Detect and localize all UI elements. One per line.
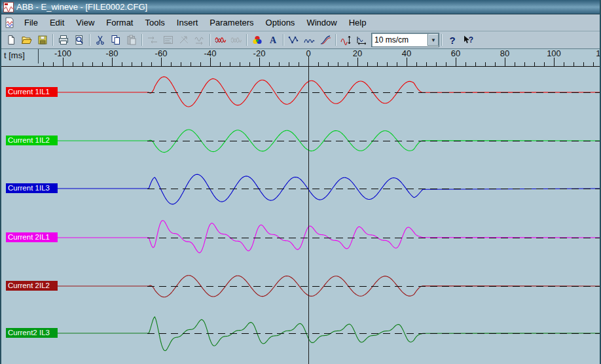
axis-tick-label: 40	[402, 48, 411, 58]
signal-curve	[58, 77, 600, 107]
multi-curve-icon	[304, 35, 316, 45]
cut-button[interactable]	[92, 33, 108, 47]
menu-help[interactable]: Help	[343, 16, 373, 29]
channel-label-6[interactable]: Current2 IL3	[6, 328, 58, 338]
axis-tick-label: -100	[54, 48, 71, 58]
chevron-down-icon[interactable]: ▼	[428, 34, 439, 46]
signal-curve	[58, 174, 600, 204]
toolbar-separator	[89, 34, 90, 46]
menu-bar: FileEditViewFormatToolsInsertParametersO…	[1, 14, 600, 31]
new-icon	[5, 35, 17, 45]
data-points-icon	[288, 35, 300, 45]
print-button[interactable]	[56, 33, 71, 47]
svg-text:?: ?	[449, 35, 455, 45]
print-icon	[58, 35, 69, 45]
copy-button[interactable]	[108, 33, 124, 47]
wave-dim-button	[228, 33, 244, 47]
toolbar-separator	[246, 34, 247, 46]
overlay-curve-icon	[319, 35, 331, 45]
font-button[interactable]: A	[265, 33, 281, 47]
multi-curve-button[interactable]	[302, 33, 318, 47]
time-scale-button[interactable]	[354, 33, 370, 47]
channel-label-4[interactable]: Current 2IL1	[6, 232, 58, 242]
waveform-trace-2[interactable]	[58, 130, 600, 153]
svg-text:A: A	[270, 35, 277, 45]
wave-dim-icon	[230, 35, 242, 45]
compress-signal-button	[192, 33, 208, 47]
waveform-trace-1[interactable]	[58, 77, 600, 107]
menu-window[interactable]: Window	[300, 16, 342, 29]
waveform-trace-6[interactable]	[58, 317, 600, 351]
sweep-select[interactable]: 10 ms/cm▼	[371, 33, 439, 47]
axis-tick-label: 120	[596, 48, 600, 58]
title-bar[interactable]: ABB - E_wineve - [FILE0002.CFG]	[1, 0, 600, 14]
menu-options[interactable]: Options	[260, 16, 301, 29]
axis-tick-label: -20	[253, 48, 266, 58]
menu-edit[interactable]: Edit	[44, 16, 70, 29]
waveform-trace-5[interactable]	[58, 276, 600, 297]
toolbar-separator	[283, 34, 284, 46]
axis-tick-label: 20	[353, 48, 362, 58]
open-button[interactable]	[19, 33, 35, 47]
new-button[interactable]	[3, 33, 19, 47]
axis-unit-label: t [ms]	[4, 50, 25, 60]
plot-canvas[interactable]: t [ms]-100-80-60-40-20020406080100120	[1, 48, 600, 364]
copy-icon	[110, 35, 122, 45]
signal-curve	[58, 317, 600, 351]
overlay-curve-button[interactable]	[318, 33, 333, 47]
waveform-trace-4[interactable]	[58, 221, 600, 253]
channel-label-5[interactable]: Current 2IL2	[6, 281, 58, 291]
data-points-button[interactable]	[286, 33, 302, 47]
font-icon: A	[267, 35, 279, 45]
waveform-plot: t [ms]-100-80-60-40-20020406080100120 Cu…	[1, 48, 600, 364]
waveform-trace-3[interactable]	[58, 174, 600, 204]
print-preview-button[interactable]	[71, 33, 87, 47]
swap-signals-button	[145, 33, 160, 47]
time-scale-icon	[356, 35, 368, 45]
colors-button[interactable]	[249, 33, 265, 47]
axis-tick-label: 60	[451, 48, 460, 58]
menu-tools[interactable]: Tools	[139, 16, 170, 29]
menu-format[interactable]: Format	[100, 16, 139, 29]
help-icon: ?	[446, 35, 458, 45]
axis-tick-label: -40	[204, 48, 217, 58]
save-icon	[37, 35, 48, 45]
channel-label-2[interactable]: Current 1IL2	[6, 136, 58, 145]
toolbar-separator	[335, 34, 337, 46]
context-help-button[interactable]: ?	[460, 33, 476, 47]
axis-tick-label: -60	[155, 48, 168, 58]
axis-tick-label: 100	[547, 48, 561, 58]
toolbar: A10 ms/cm▼??	[1, 31, 600, 49]
menu-insert[interactable]: Insert	[171, 16, 204, 29]
app-window: ABB - E_wineve - [FILE0002.CFG] FileEdit…	[0, 0, 601, 364]
save-button[interactable]	[35, 33, 50, 47]
channel-label-3[interactable]: Current 1IL3	[6, 183, 58, 193]
phase-shift-icon	[178, 35, 190, 45]
print-preview-icon	[73, 35, 85, 45]
cut-icon	[94, 35, 106, 45]
document-icon[interactable]	[4, 17, 15, 28]
open-icon	[21, 35, 33, 45]
signal-curve	[58, 221, 600, 253]
toolbar-separator	[141, 34, 143, 46]
toolbar-separator	[209, 34, 211, 46]
amplitude-scale-button[interactable]	[338, 33, 354, 47]
menu-view[interactable]: View	[70, 16, 100, 29]
amplitude-scale-icon	[340, 35, 352, 45]
colors-icon	[251, 35, 263, 45]
menu-file[interactable]: File	[18, 16, 44, 29]
compress-signal-icon	[194, 35, 206, 45]
axis-tick-label: 80	[500, 48, 509, 58]
menu-items: FileEditViewFormatToolsInsertParametersO…	[18, 16, 372, 29]
wave-red-icon	[215, 35, 227, 45]
km-mile-button	[160, 33, 176, 47]
window-title: ABB - E_wineve - [FILE0002.CFG]	[16, 2, 147, 12]
phase-shift-button	[176, 33, 192, 47]
time-axis: t [ms]-100-80-60-40-20020406080100120	[1, 48, 600, 66]
menu-parameters[interactable]: Parameters	[204, 16, 259, 29]
toolbar-separator	[52, 34, 54, 46]
channel-label-1[interactable]: Current 1IL1	[6, 87, 58, 97]
help-button[interactable]: ?	[445, 33, 460, 47]
wave-red-button[interactable]	[213, 33, 228, 47]
axis-tick-label: -80	[106, 48, 118, 58]
